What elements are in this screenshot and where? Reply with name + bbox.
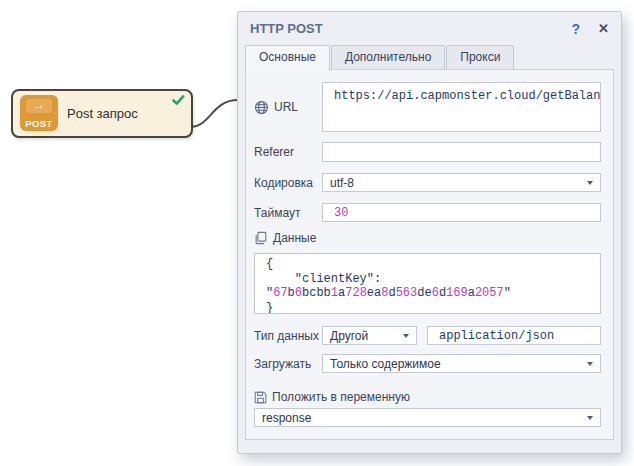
data-label: Данные (273, 231, 316, 245)
output-variable-selected: response (262, 411, 311, 425)
tab-proxy[interactable]: Прокси (446, 45, 514, 70)
help-icon[interactable]: ? (572, 21, 581, 37)
url-label: URL (274, 100, 298, 114)
post-action-icon: → POST (20, 95, 58, 131)
timeout-input[interactable]: 30 (322, 203, 601, 222)
chevron-down-icon (587, 362, 593, 366)
floppy-disk-icon (254, 391, 267, 404)
dialog-titlebar: HTTP POST ? ✕ (238, 12, 621, 45)
encoding-value: utf-8 (330, 176, 354, 190)
tab-advanced[interactable]: Дополнительно (331, 45, 445, 70)
close-icon[interactable]: ✕ (598, 21, 609, 36)
tab-strip: Основные Дополнительно Прокси (245, 45, 515, 70)
timeout-label: Таймаут (254, 206, 300, 220)
data-type-label: Тип данных (254, 329, 319, 343)
load-mode-label: Загружать (254, 357, 311, 371)
post-badge-label: POST (20, 118, 58, 129)
main-tab-panel: URL https://api.capmonster.cloud/getBala… (245, 69, 614, 440)
output-label-group: Положить в переменную (254, 390, 410, 404)
output-variable-label: Положить в переменную (272, 390, 410, 404)
post-request-node[interactable]: → POST Post запрос (11, 89, 193, 138)
load-mode-selected: Только содержимое (330, 357, 441, 371)
dialog-title: HTTP POST (250, 21, 572, 36)
url-input[interactable]: https://api.capmonster.cloud/getBalance (322, 82, 601, 132)
copy-pages-icon (254, 231, 268, 245)
encoding-label: Кодировка (254, 176, 313, 190)
content-type-input[interactable]: application/json (427, 326, 601, 345)
output-variable-select[interactable]: response (254, 408, 601, 427)
chevron-down-icon (587, 181, 593, 185)
globe-icon (254, 100, 269, 115)
encoding-select[interactable]: utf-8 (322, 173, 601, 192)
data-type-select[interactable]: Другой (322, 326, 417, 345)
flow-editor-canvas: → POST Post запрос HTTP POST ? ✕ Основны… (0, 0, 634, 466)
data-type-selected: Другой (330, 329, 368, 343)
chevron-down-icon (587, 416, 593, 420)
chevron-down-icon (403, 334, 409, 338)
tab-main[interactable]: Основные (245, 45, 330, 71)
referer-label: Referer (254, 145, 294, 159)
data-body-input[interactable]: { "clientKey": "67b6bcbb1a728ea8d563de6d… (254, 253, 601, 314)
data-label-group: Данные (254, 231, 316, 245)
http-post-dialog: HTTP POST ? ✕ Основные Дополнительно Про… (237, 11, 622, 454)
checkmark-icon (172, 95, 185, 106)
node-title: Post запрос (67, 91, 138, 136)
url-label-group: URL (254, 82, 298, 132)
referer-input[interactable] (322, 142, 601, 162)
load-mode-select[interactable]: Только содержимое (322, 354, 601, 373)
arrow-right-icon: → (26, 99, 52, 113)
